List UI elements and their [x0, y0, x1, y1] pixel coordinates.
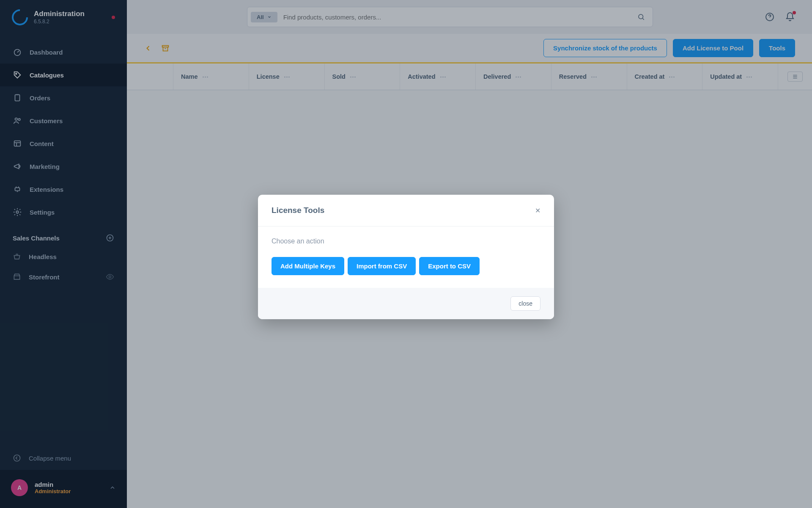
add-multiple-keys-button[interactable]: Add Multiple Keys: [272, 257, 344, 275]
modal-footer: close: [258, 288, 554, 319]
modal-header: License Tools ✕: [258, 195, 554, 226]
close-icon[interactable]: ✕: [535, 207, 540, 215]
modal-overlay[interactable]: License Tools ✕ Choose an action Add Mul…: [0, 0, 812, 508]
modal-hint: Choose an action: [272, 237, 540, 245]
license-tools-modal: License Tools ✕ Choose an action Add Mul…: [258, 195, 554, 319]
export-csv-button[interactable]: Export to CSV: [419, 257, 480, 275]
modal-title: License Tools: [272, 206, 324, 215]
import-csv-button[interactable]: Import from CSV: [348, 257, 416, 275]
modal-body: Choose an action Add Multiple Keys Impor…: [258, 226, 554, 288]
close-button[interactable]: close: [510, 296, 540, 311]
